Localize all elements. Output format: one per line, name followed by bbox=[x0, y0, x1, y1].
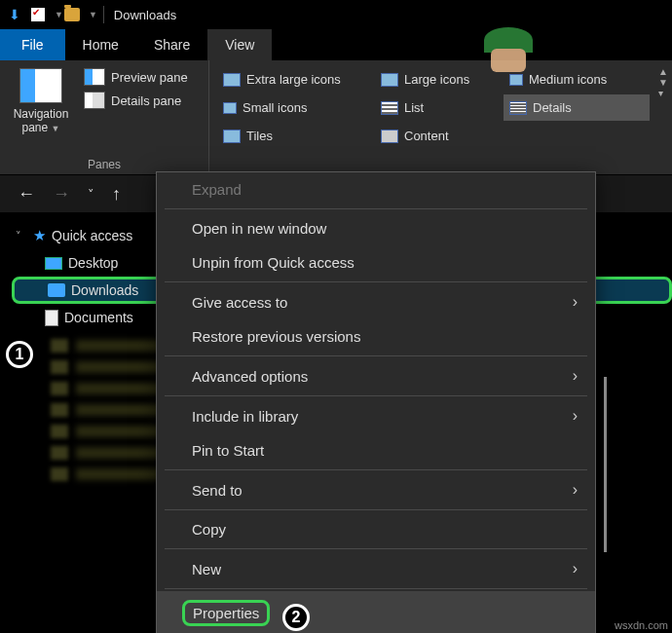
ctx-advanced-options[interactable]: Advanced options› bbox=[157, 358, 595, 393]
ctx-separator bbox=[165, 355, 587, 356]
layout-details[interactable]: Details bbox=[504, 94, 650, 121]
ctx-new[interactable]: New› bbox=[157, 551, 595, 586]
ctx-expand: Expand bbox=[157, 172, 595, 206]
details-pane-label: Details pane bbox=[111, 93, 181, 108]
ctx-separator bbox=[165, 281, 587, 282]
tree-label: Downloads bbox=[71, 282, 138, 298]
downloads-folder-icon bbox=[48, 283, 65, 297]
details-icon bbox=[509, 101, 527, 115]
ctx-label: New bbox=[192, 561, 221, 577]
medium-icon bbox=[509, 74, 523, 86]
layout-label: Medium icons bbox=[529, 72, 607, 87]
layout-extra-large-icons[interactable]: Extra large icons bbox=[217, 66, 373, 93]
layout-small-icons[interactable]: Small icons bbox=[217, 94, 373, 121]
layout-label: List bbox=[404, 100, 424, 115]
ctx-unpin-quick-access[interactable]: Unpin from Quick access bbox=[157, 245, 595, 279]
tab-view[interactable]: View bbox=[207, 29, 272, 60]
downloads-arrow-icon: ⬇ bbox=[6, 6, 23, 23]
ctx-label: Give access to bbox=[192, 294, 287, 311]
ctx-separator bbox=[165, 395, 587, 396]
ctx-separator bbox=[165, 588, 587, 589]
ctx-separator bbox=[165, 548, 587, 549]
back-button[interactable]: ← bbox=[18, 184, 35, 205]
chevron-right-icon: › bbox=[573, 407, 578, 425]
ribbon-view: Navigation pane ▼ Preview pane Details p… bbox=[0, 60, 672, 175]
extra-large-icon bbox=[223, 73, 241, 87]
ctx-separator bbox=[165, 208, 587, 209]
chevron-down-icon: ˅ bbox=[16, 230, 27, 242]
chevron-right-icon: › bbox=[573, 293, 578, 311]
chevron-right-icon: › bbox=[573, 560, 578, 577]
tab-file[interactable]: File bbox=[0, 29, 65, 60]
tiles-icon bbox=[223, 130, 241, 143]
folder-dropdown-icon[interactable]: ▼ bbox=[89, 10, 97, 19]
layout-content[interactable]: Content bbox=[375, 123, 502, 149]
ctx-label: Expand bbox=[192, 181, 242, 198]
ctx-label: Send to bbox=[192, 482, 243, 499]
layout-large-icons[interactable]: Large icons bbox=[375, 66, 502, 93]
ctx-open-new-window[interactable]: Open in new window bbox=[157, 211, 595, 245]
chevron-right-icon: › bbox=[573, 481, 578, 499]
annotation-1: 1 bbox=[6, 341, 33, 368]
desktop-icon bbox=[45, 257, 62, 270]
ctx-send-to[interactable]: Send to› bbox=[157, 472, 595, 507]
context-menu: Expand Open in new window Unpin from Qui… bbox=[156, 171, 596, 633]
tab-share[interactable]: Share bbox=[136, 29, 207, 60]
title-bar: ⬇ ▼ ▼ Downloads bbox=[0, 0, 672, 29]
layout-label: Tiles bbox=[246, 129, 273, 143]
ctx-give-access-to[interactable]: Give access to› bbox=[157, 284, 595, 319]
ctx-label: Advanced options bbox=[192, 368, 308, 385]
chevron-right-icon: › bbox=[573, 367, 578, 385]
layout-medium-icons[interactable]: Medium icons bbox=[504, 66, 650, 93]
details-pane-button[interactable]: Details pane bbox=[84, 92, 203, 109]
layout-scroll-arrows[interactable]: ▲▼▾ bbox=[658, 66, 668, 98]
tree-label: Quick access bbox=[52, 228, 132, 243]
navigation-pane-icon bbox=[19, 68, 62, 103]
context-menu-scrollbar[interactable] bbox=[604, 377, 607, 552]
layout-label: Content bbox=[404, 129, 449, 143]
ctx-label: Pin to Start bbox=[192, 442, 264, 459]
tab-home[interactable]: Home bbox=[65, 29, 136, 60]
star-icon: ★ bbox=[33, 227, 46, 244]
forward-button[interactable]: → bbox=[53, 184, 70, 205]
annotation-2: 2 bbox=[282, 604, 310, 631]
list-icon bbox=[381, 101, 398, 115]
ctx-label: Copy bbox=[192, 521, 226, 538]
ctx-pin-to-start[interactable]: Pin to Start bbox=[157, 433, 595, 467]
ribbon-tabs: File Home Share View bbox=[0, 29, 672, 60]
ribbon-group-panes: Navigation pane ▼ Preview pane Details p… bbox=[0, 60, 209, 174]
layout-label: Large icons bbox=[404, 72, 469, 87]
large-icon bbox=[381, 73, 398, 87]
ctx-separator bbox=[165, 509, 587, 510]
ctx-restore-previous[interactable]: Restore previous versions bbox=[157, 319, 595, 354]
layout-tiles[interactable]: Tiles bbox=[217, 123, 373, 149]
layout-label: Small icons bbox=[243, 100, 307, 115]
window-title: Downloads bbox=[114, 8, 176, 22]
preview-pane-label: Preview pane bbox=[111, 70, 188, 85]
layout-label: Details bbox=[533, 100, 572, 115]
details-pane-icon bbox=[84, 92, 105, 109]
titlebar-separator bbox=[103, 6, 104, 23]
ctx-include-library[interactable]: Include in library› bbox=[157, 398, 595, 433]
chevron-down-icon: ▼ bbox=[52, 124, 60, 133]
ribbon-group-layout: Extra large icons Large icons Medium ico… bbox=[209, 60, 672, 174]
navigation-pane-label: Navigation pane bbox=[14, 107, 69, 134]
qat-dropdown-icon[interactable]: ▼ bbox=[55, 10, 63, 19]
tree-label: Desktop bbox=[68, 255, 118, 271]
navigation-pane-button[interactable]: Navigation pane ▼ bbox=[6, 66, 76, 155]
layout-label: Extra large icons bbox=[246, 72, 341, 87]
ctx-label: Open in new window bbox=[192, 220, 326, 237]
up-button[interactable]: ↑ bbox=[112, 184, 121, 205]
ctx-properties[interactable]: Properties bbox=[157, 591, 595, 633]
ctx-copy[interactable]: Copy bbox=[157, 512, 595, 546]
ctx-label: Unpin from Quick access bbox=[192, 254, 355, 271]
history-dropdown[interactable]: ˅ bbox=[88, 187, 94, 202]
content-icon bbox=[381, 130, 398, 143]
ctx-label: Properties bbox=[182, 600, 270, 626]
preview-pane-button[interactable]: Preview pane bbox=[84, 68, 203, 86]
preview-pane-icon bbox=[84, 68, 105, 86]
ctx-label: Restore previous versions bbox=[192, 328, 360, 345]
small-icon bbox=[223, 102, 237, 114]
layout-list[interactable]: List bbox=[375, 94, 502, 121]
tree-label: Documents bbox=[64, 310, 133, 325]
